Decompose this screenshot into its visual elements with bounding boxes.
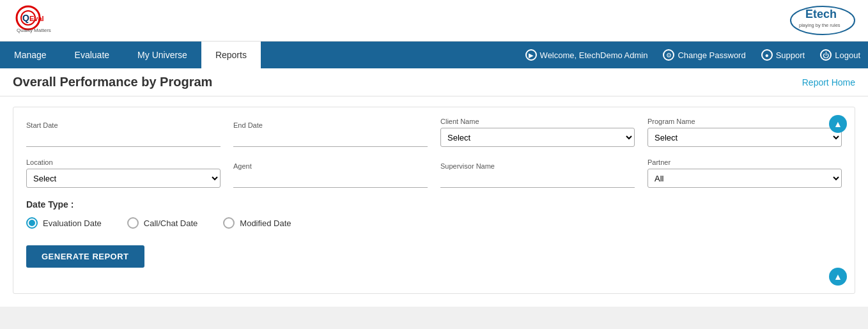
collapse-bottom-icon: ▲: [833, 272, 842, 282]
start-date-input[interactable]: [26, 132, 221, 147]
agent-label: Agent: [233, 162, 428, 170]
client-name-select[interactable]: Select: [440, 128, 635, 147]
partner-label: Partner: [647, 158, 842, 166]
svg-text:Eval: Eval: [29, 15, 44, 22]
agent-input[interactable]: [233, 172, 428, 188]
location-label: Location: [26, 158, 221, 166]
supervisor-group: Supervisor Name: [440, 162, 635, 188]
welcome-text: Welcome, EtechDemo Admin: [540, 50, 648, 60]
svg-text:Etech: Etech: [805, 8, 837, 20]
etech-logo: Etech playing by the rules: [787, 4, 858, 37]
location-group: Location Select: [26, 158, 221, 188]
nav-logout[interactable]: ⏻ Logout: [812, 49, 868, 61]
nav-item-reports[interactable]: Reports: [201, 42, 261, 68]
client-name-group: Client Name Select: [440, 118, 635, 147]
page-title-bar: Overall Performance by Program Report Ho…: [0, 68, 868, 96]
power-icon: ⏻: [820, 49, 832, 61]
support-label: Support: [776, 50, 805, 60]
nav-right: ▶ Welcome, EtechDemo Admin ⚙ Change Pass…: [518, 49, 868, 61]
form-row-2: Location Select Agent Supervisor Name Pa…: [26, 158, 842, 188]
radio-group: Evaluation Date Call/Chat Date Modified …: [26, 217, 842, 229]
form-section: ▲ Start Date End Date Client Name Select…: [13, 107, 855, 294]
radio-modified-date[interactable]: Modified Date: [223, 217, 291, 229]
date-type-section: Date Type : Evaluation Date Call/Chat Da…: [26, 199, 842, 229]
page-title: Overall Performance by Program: [13, 75, 212, 89]
nav-welcome: ▶ Welcome, EtechDemo Admin: [518, 49, 656, 61]
agent-group: Agent: [233, 162, 428, 188]
radio-call-chat-date[interactable]: Call/Chat Date: [127, 217, 198, 229]
partner-select[interactable]: All: [647, 169, 842, 188]
nav-item-manage[interactable]: Manage: [0, 42, 61, 68]
svg-text:Q: Q: [22, 13, 29, 23]
generate-button-row: GENERATE REPORT: [26, 240, 842, 280]
program-name-group: Program Name Select: [647, 118, 842, 147]
qeval-logo: Q Eval Quality Matters: [10, 4, 68, 37]
location-select[interactable]: Select: [26, 169, 221, 188]
svg-text:playing by the rules: playing by the rules: [799, 22, 841, 28]
nav-change-password[interactable]: ⚙ Change Password: [655, 49, 753, 61]
supervisor-input[interactable]: [440, 172, 635, 188]
client-name-label: Client Name: [440, 118, 635, 125]
date-type-label: Date Type :: [26, 199, 842, 210]
start-date-label: Start Date: [26, 121, 221, 129]
nav-item-evaluate[interactable]: Evaluate: [61, 42, 123, 68]
end-date-label: End Date: [233, 121, 428, 129]
header: Q Eval Quality Matters Etech playing by …: [0, 0, 868, 42]
form-row-1: Start Date End Date Client Name Select P…: [26, 118, 842, 147]
radio-evaluation-date[interactable]: Evaluation Date: [26, 217, 102, 229]
report-home-link[interactable]: Report Home: [802, 77, 855, 88]
logout-label: Logout: [835, 50, 860, 60]
main-content: ▲ Start Date End Date Client Name Select…: [0, 96, 868, 307]
radio-modified-date-label: Modified Date: [240, 218, 291, 228]
program-name-select[interactable]: Select: [647, 128, 842, 147]
nav-bar: Manage Evaluate My Universe Reports ▶ We…: [0, 42, 868, 68]
radio-call-chat-date-circle[interactable]: [127, 217, 139, 229]
collapse-bottom-button[interactable]: ▲: [829, 268, 847, 286]
radio-modified-date-circle[interactable]: [223, 217, 235, 229]
logo-area: Q Eval Quality Matters: [10, 4, 68, 37]
nav-item-my-universe[interactable]: My Universe: [123, 42, 201, 68]
radio-evaluation-date-label: Evaluation Date: [43, 218, 102, 228]
collapse-top-icon: ▲: [833, 119, 842, 129]
support-icon: ●: [761, 49, 773, 61]
program-name-label: Program Name: [647, 118, 842, 125]
svg-text:Quality Matters: Quality Matters: [17, 27, 51, 33]
nav-support[interactable]: ● Support: [754, 49, 813, 61]
etech-logo-area: Etech playing by the rules: [787, 4, 858, 37]
end-date-group: End Date: [233, 121, 428, 147]
start-date-group: Start Date: [26, 121, 221, 147]
gear-icon: ⚙: [663, 49, 674, 61]
partner-group: Partner All: [647, 158, 842, 188]
user-icon: ▶: [525, 49, 537, 61]
change-password-label: Change Password: [678, 50, 745, 60]
end-date-input[interactable]: [233, 132, 428, 147]
supervisor-label: Supervisor Name: [440, 162, 635, 170]
radio-evaluation-date-circle[interactable]: [26, 217, 38, 229]
radio-call-chat-date-label: Call/Chat Date: [144, 218, 198, 228]
generate-report-button[interactable]: GENERATE REPORT: [26, 245, 144, 268]
collapse-top-button[interactable]: ▲: [829, 115, 847, 133]
